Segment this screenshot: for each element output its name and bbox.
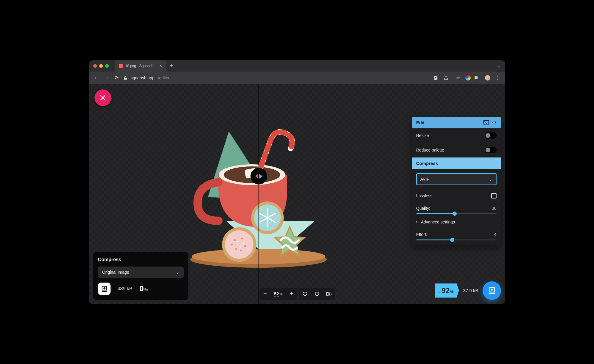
lossless-checkbox[interactable] (491, 193, 497, 198)
svg-rect-29 (327, 292, 328, 295)
effort-value[interactable]: 4 (494, 232, 497, 237)
url-path[interactable]: /editor (158, 75, 170, 80)
comparison-divider[interactable] (259, 84, 259, 304)
minimize-window-button[interactable] (99, 64, 103, 68)
svg-rect-27 (483, 121, 489, 125)
close-window-button[interactable] (93, 64, 97, 68)
background-toggle-button[interactable] (311, 288, 323, 300)
bookmark-star-icon[interactable]: ☆ (455, 75, 462, 81)
effort-label: Effort: (416, 232, 427, 237)
close-tab-button[interactable]: × (159, 63, 162, 69)
svg-point-20 (231, 244, 233, 245)
effort-slider-row: Effort: 4 (412, 229, 501, 245)
zoom-value[interactable]: 52% (271, 291, 285, 297)
lock-icon (124, 76, 127, 80)
url-bar: ← → ⟳ squoosh.app/editor ☆ ⋮ (89, 72, 505, 84)
extensions-icon[interactable] (474, 75, 481, 80)
forward-button[interactable]: → (103, 75, 110, 81)
close-editor-button[interactable] (94, 89, 111, 106)
back-button[interactable]: ← (93, 75, 100, 81)
window-controls (93, 64, 109, 68)
left-file-size: 489 kB (118, 286, 133, 291)
zoom-group: − 52% + (259, 288, 297, 300)
flip-button[interactable] (323, 288, 335, 300)
rotate-button[interactable] (299, 288, 311, 300)
chevron-down-icon: ⌄ (176, 270, 179, 275)
left-format-value: Original Image (102, 270, 129, 275)
edit-title: Edit (416, 120, 425, 125)
savings-value: 92 (442, 286, 450, 295)
compress-section-header: Compress (412, 157, 501, 169)
favicon-icon (119, 64, 123, 68)
savings-unit: % (450, 289, 454, 294)
left-savings: 0% (139, 284, 148, 293)
left-format-select[interactable]: Original Image ⌄ (98, 267, 184, 278)
chevron-right-icon: › (416, 220, 417, 224)
download-left-button[interactable] (98, 283, 111, 295)
reduce-palette-toggle[interactable] (485, 147, 497, 153)
share-icon[interactable] (444, 75, 451, 80)
compress-title: Compress (416, 161, 438, 166)
left-compress-panel: Compress Original Image ⌄ 489 kB 0% (93, 252, 188, 300)
quality-label: Quality: (416, 206, 430, 211)
divider-handle[interactable] (250, 168, 267, 185)
quality-value[interactable]: 30 (492, 206, 497, 211)
svg-point-23 (243, 242, 244, 244)
arrow-left-icon (255, 174, 258, 179)
svg-point-16 (234, 239, 236, 241)
svg-point-17 (241, 238, 243, 239)
reload-button[interactable]: ⟳ (114, 75, 120, 81)
svg-rect-30 (330, 292, 331, 295)
tabs-menu-button[interactable]: ⌄ (497, 64, 501, 68)
profile-avatar[interactable] (485, 75, 490, 81)
editor-content: Compress Original Image ⌄ 489 kB 0% Edit (89, 84, 505, 304)
lossless-row: Lossless (412, 189, 501, 202)
titlebar: 18.png - Squoosh × + ⌄ (89, 60, 505, 72)
advanced-label: Advanced settings (421, 220, 455, 224)
right-download-area: ↓ 92 % 37.9 kB (435, 281, 501, 300)
extension-icon-1[interactable] (465, 75, 471, 81)
advanced-settings-toggle[interactable]: › Advanced settings (412, 215, 501, 229)
reduce-palette-label: Reduce palette (416, 148, 444, 152)
browser-tab[interactable]: 18.png - Squoosh × (115, 60, 166, 72)
left-panel-title: Compress (98, 257, 184, 262)
svg-point-28 (315, 292, 319, 296)
left-stats: 489 kB 0% (98, 283, 184, 295)
edit-section-header: Edit (412, 117, 501, 128)
resize-row: Resize (412, 128, 501, 143)
arrow-down-icon: ↓ (439, 289, 441, 294)
resize-toggle[interactable] (485, 132, 497, 139)
svg-point-24 (240, 246, 241, 248)
resize-label: Resize (416, 133, 429, 138)
quality-slider[interactable] (416, 213, 497, 214)
reduce-palette-row: Reduce palette (412, 143, 501, 157)
savings-badge: ↓ 92 % (435, 283, 459, 298)
zoom-toolbar: − 52% + (259, 288, 335, 300)
right-format-select[interactable]: AVIF ⌄ (416, 173, 497, 185)
browser-menu-icon[interactable]: ⋮ (494, 75, 501, 81)
arrow-right-icon (259, 174, 262, 179)
maximize-window-button[interactable] (105, 64, 109, 68)
right-settings-panel: Edit Resize Reduce palette Compress AVIF… (412, 117, 501, 245)
right-file-size: 37.9 kB (463, 288, 478, 293)
quality-slider-row: Quality: 30 (412, 202, 501, 215)
svg-point-15 (225, 230, 253, 259)
right-format-value: AVIF (420, 177, 429, 182)
install-app-icon[interactable] (433, 75, 440, 80)
lossless-label: Lossless (416, 193, 432, 198)
download-right-button[interactable] (483, 281, 501, 300)
zoom-in-button[interactable]: + (286, 288, 297, 300)
terminal-icon[interactable] (483, 120, 489, 125)
swap-sides-icon[interactable] (492, 120, 497, 125)
zoom-out-button[interactable]: − (259, 288, 271, 300)
preview-image (172, 117, 327, 271)
url-host[interactable]: squoosh.app (131, 75, 155, 80)
effort-slider[interactable] (416, 239, 497, 240)
svg-point-22 (237, 241, 238, 242)
tab-title: 18.png - Squoosh (125, 64, 154, 68)
new-tab-button[interactable]: + (166, 62, 177, 69)
browser-window: 18.png - Squoosh × + ⌄ ← → ⟳ squoosh.app… (89, 60, 505, 304)
tab-strip: 18.png - Squoosh × + (115, 60, 177, 72)
svg-point-18 (244, 245, 246, 247)
transform-group (299, 288, 335, 300)
